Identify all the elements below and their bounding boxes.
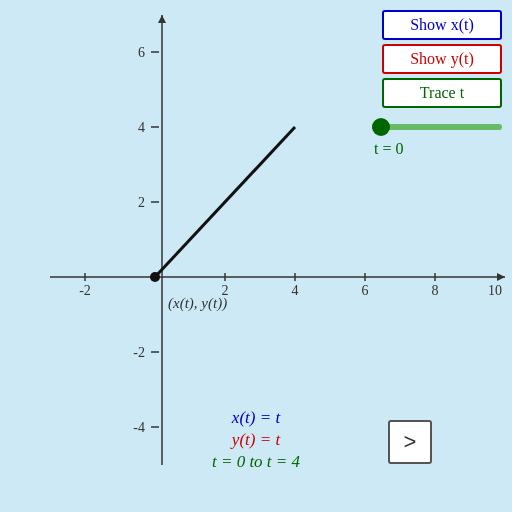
svg-text:-2: -2 — [133, 345, 145, 360]
svg-text:2: 2 — [222, 283, 229, 298]
svg-text:-4: -4 — [133, 420, 145, 435]
svg-text:10: 10 — [488, 283, 502, 298]
svg-text:6: 6 — [138, 45, 145, 60]
slider-thumb[interactable] — [372, 118, 390, 136]
svg-text:4: 4 — [292, 283, 299, 298]
formula-y: y(t) = t — [232, 430, 280, 450]
svg-text:-2: -2 — [79, 283, 91, 298]
slider-track[interactable] — [372, 118, 502, 136]
svg-point-27 — [150, 272, 160, 282]
next-button[interactable]: > — [388, 420, 432, 464]
svg-text:4: 4 — [138, 120, 145, 135]
t-value-label: t = 0 — [374, 140, 403, 158]
formula-t: t = 0 to t = 4 — [212, 452, 300, 472]
formula-panel: x(t) = t y(t) = t t = 0 to t = 4 — [212, 408, 300, 472]
button-panel: Show x(t) Show y(t) Trace t — [382, 10, 502, 108]
slider-bar — [372, 124, 502, 130]
show-x-button[interactable]: Show x(t) — [382, 10, 502, 40]
trace-button[interactable]: Trace t — [382, 78, 502, 108]
svg-text:8: 8 — [432, 283, 439, 298]
formula-x: x(t) = t — [232, 408, 280, 428]
svg-text:6: 6 — [362, 283, 369, 298]
svg-text:2: 2 — [138, 195, 145, 210]
slider-container: t = 0 — [372, 118, 502, 158]
show-y-button[interactable]: Show y(t) — [382, 44, 502, 74]
